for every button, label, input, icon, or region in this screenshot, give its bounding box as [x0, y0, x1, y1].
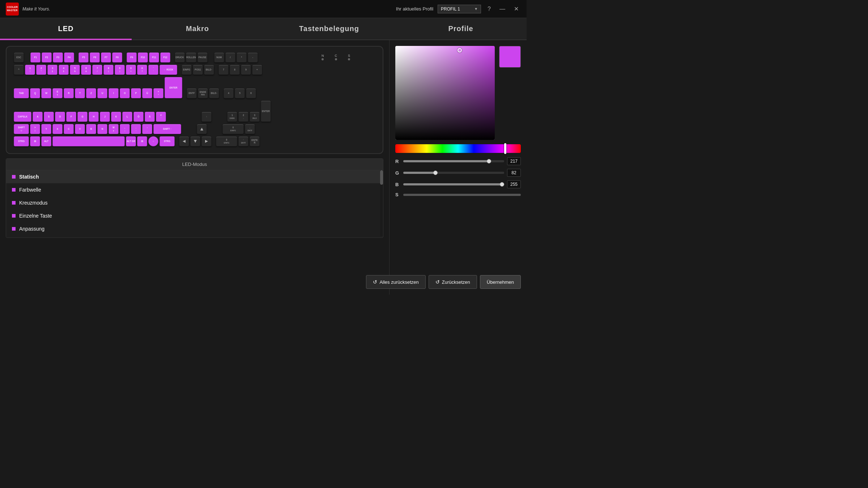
key-equals[interactable]: ´` [148, 65, 158, 75]
key-3[interactable]: 3§ [47, 65, 58, 75]
hue-slider-cursor[interactable] [504, 143, 506, 154]
key-num0[interactable]: 0EINFG [222, 124, 244, 134]
scrollbar-track[interactable] [380, 170, 383, 236]
key-capslock[interactable]: CAPSLK [14, 112, 31, 122]
key-home[interactable]: POS1 [193, 65, 203, 75]
key-fn[interactable]: ○ [148, 136, 158, 146]
key-num8[interactable]: 8 [230, 65, 240, 75]
key-d[interactable]: D [55, 112, 65, 122]
key-insert[interactable]: EINFG [182, 65, 192, 75]
key-scroll[interactable]: ROLLEN [186, 52, 196, 63]
key-f5[interactable]: F5 [78, 52, 89, 63]
key-7[interactable]: 7/ [92, 65, 102, 75]
key-lshift[interactable]: SHIFT↑|↑ [14, 124, 29, 134]
r-slider-thumb[interactable] [487, 159, 491, 163]
key-pgup[interactable]: BILD↑ [204, 65, 214, 75]
key-s[interactable]: S [44, 112, 54, 122]
key-t[interactable]: T [75, 88, 85, 98]
key-space[interactable] [52, 136, 125, 146]
key-u[interactable]: U [97, 88, 107, 98]
key-num2[interactable]: 2↓ [238, 112, 248, 122]
minimize-button[interactable]: — [497, 5, 507, 13]
tab-led[interactable]: LED [0, 18, 132, 39]
key-numdiv[interactable]: / [225, 52, 235, 63]
r-value-input[interactable] [507, 157, 521, 165]
key-z[interactable]: Z [86, 88, 96, 98]
led-mode-kreuzmodus[interactable]: Kreuzmodus [6, 196, 383, 209]
key-n[interactable]: N [97, 124, 107, 134]
key-x[interactable]: X [52, 124, 63, 134]
key-enter[interactable]: ENTER [165, 77, 182, 98]
key-5[interactable]: 5% [70, 65, 80, 75]
key-grave[interactable]: ^ [14, 65, 24, 75]
key-o[interactable]: O [120, 88, 130, 98]
key-f8[interactable]: F8 [112, 52, 122, 63]
profile-dropdown[interactable]: PROFIL 1 ▼ [438, 5, 481, 13]
key-r[interactable]: R [64, 88, 74, 98]
key-lwin[interactable]: ⊞ [30, 136, 40, 146]
key-umlaut-o[interactable]: Ö [133, 112, 144, 122]
key-c[interactable]: C [64, 124, 74, 134]
key-pause[interactable]: PAUSE [197, 52, 208, 63]
key-f11[interactable]: F11 [149, 52, 159, 63]
key-comma[interactable]: ,; [120, 124, 130, 134]
key-left[interactable] [179, 136, 189, 146]
key-num4[interactable]: 4 [224, 88, 234, 98]
key-v[interactable]: V [75, 124, 85, 134]
key-delete[interactable]: ENTF [187, 88, 197, 98]
key-q[interactable]: Q [30, 88, 40, 98]
key-a[interactable]: A [33, 112, 43, 122]
b-value-input[interactable] [507, 180, 521, 188]
key-f12[interactable]: F12 [160, 52, 170, 63]
key-numplus[interactable]: + [252, 65, 262, 75]
key-y[interactable]: Y [41, 124, 51, 134]
led-mode-anpassung[interactable]: Anpassung [6, 222, 383, 235]
key-lctrl[interactable]: STRG [14, 136, 29, 146]
led-mode-statisch[interactable]: Statisch [6, 170, 383, 183]
key-numdel[interactable]: .ENTF [245, 124, 255, 134]
r-slider-track[interactable] [403, 160, 504, 162]
key-numlock[interactable]: NUM [214, 52, 224, 63]
g-slider-thumb[interactable] [433, 171, 438, 175]
key-numenter[interactable]: ENTER [261, 100, 271, 122]
key-umlaut-a[interactable]: Ä [145, 112, 155, 122]
key-8[interactable]: 8( [103, 65, 114, 75]
key-w[interactable]: W [41, 88, 51, 98]
key-num5[interactable]: 5 [235, 88, 245, 98]
hue-slider[interactable] [395, 144, 521, 153]
key-rwin[interactable]: ⊞ [137, 136, 147, 146]
key-rshift[interactable]: SHIFT ↑ [153, 124, 181, 134]
key-plus[interactable]: +* [153, 88, 163, 98]
key-9[interactable]: 9) [115, 65, 125, 75]
key-f[interactable]: F [66, 112, 76, 122]
key-0[interactable]: 0= [126, 65, 136, 75]
key-num7[interactable]: 7 [218, 65, 229, 75]
key-e[interactable]: E€ [52, 88, 63, 98]
key-ralt[interactable]: ALT GR [126, 136, 136, 146]
scrollbar-thumb[interactable] [380, 170, 383, 185]
key-up[interactable]: ↑ [201, 112, 212, 122]
key-f4[interactable]: F4 [64, 52, 74, 63]
key-lalt[interactable]: ALT [41, 136, 51, 146]
key-up2[interactable] [197, 124, 207, 134]
color-gradient[interactable] [395, 46, 495, 140]
key-num00[interactable]: 0EINFG [216, 136, 237, 146]
b-slider-thumb[interactable] [500, 182, 504, 187]
key-f2[interactable]: F2 [42, 52, 52, 63]
key-end[interactable]: ENDEHm [198, 88, 208, 98]
key-g[interactable]: G [77, 112, 88, 122]
key-1[interactable]: 1! [25, 65, 35, 75]
key-period[interactable]: .: [131, 124, 141, 134]
key-f3[interactable]: F3 [53, 52, 63, 63]
key-right[interactable] [201, 136, 212, 146]
apply-button[interactable]: Übernehmen [480, 275, 521, 289]
key-f6[interactable]: F6 [90, 52, 100, 63]
key-f10[interactable]: F10 [138, 52, 148, 63]
key-m[interactable]: Mµ [109, 124, 119, 134]
g-slider-track[interactable] [403, 172, 504, 174]
key-minus[interactable]: ß? [137, 65, 147, 75]
key-slash[interactable]: -_ [142, 124, 152, 134]
key-pgdn[interactable]: BILD↓ [209, 88, 219, 98]
key-umlaut-u[interactable]: Ü [142, 88, 152, 98]
key-l[interactable]: L [122, 112, 132, 122]
